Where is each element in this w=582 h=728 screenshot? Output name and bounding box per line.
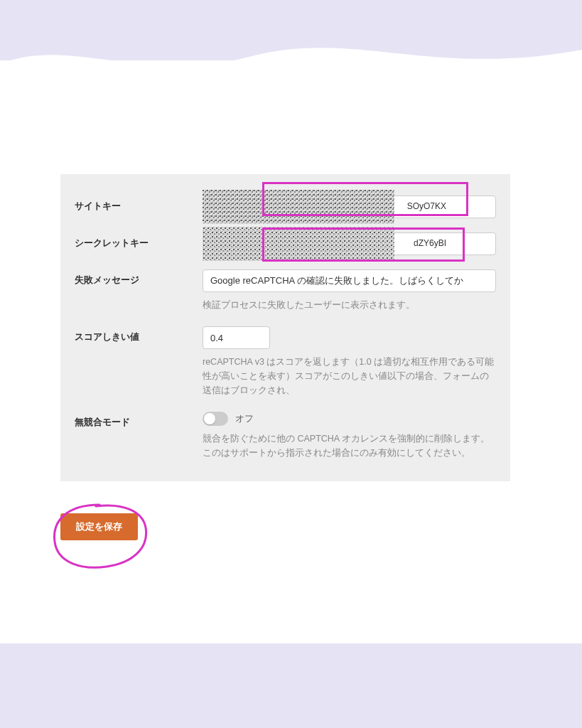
save-button-row: 設定を保存 (60, 513, 138, 540)
no-conflict-state: オフ (235, 412, 254, 425)
no-conflict-label: 無競合モード (75, 412, 203, 429)
secret-key-control: dZY6yBI (203, 232, 496, 255)
secret-key-input[interactable] (203, 232, 496, 255)
score-threshold-input[interactable] (203, 326, 270, 349)
site-key-visible-suffix: SOyO7KX (407, 201, 446, 211)
decorative-wave-top (0, 21, 582, 107)
decorative-wave-bottom (0, 590, 582, 675)
secret-key-label: シークレットキー (75, 232, 203, 250)
failure-message-input[interactable] (203, 269, 496, 292)
failure-message-label: 失敗メッセージ (75, 269, 203, 287)
score-threshold-label: スコアしきい値 (75, 326, 203, 343)
settings-panel: サイトキー SOyO7KX (60, 174, 510, 481)
secret-key-row: シークレットキー dZY6yBI (60, 225, 510, 262)
score-threshold-control: reCAPTCHA v3 はスコアを返します（1.0 は適切な相互作用である可能… (203, 326, 496, 397)
failure-message-row: 失敗メッセージ 検証プロセスに失敗したユーザーに表示されます。 (60, 262, 510, 319)
site-key-input[interactable] (203, 196, 496, 218)
score-threshold-row: スコアしきい値 reCAPTCHA v3 はスコアを返します（1.0 は適切な相… (60, 319, 510, 405)
site-key-control: SOyO7KX (203, 196, 496, 218)
save-button[interactable]: 設定を保存 (60, 513, 138, 540)
failure-message-help: 検証プロセスに失敗したユーザーに表示されます。 (203, 298, 496, 312)
site-key-row: サイトキー SOyO7KX (60, 188, 510, 225)
failure-message-control: 検証プロセスに失敗したユーザーに表示されます。 (203, 269, 496, 312)
no-conflict-control: オフ 競合を防ぐために他の CAPTCHA オカレンスを強制的に削除します。この… (203, 412, 496, 460)
no-conflict-row: 無競合モード オフ 競合を防ぐために他の CAPTCHA オカレンスを強制的に削… (60, 405, 510, 467)
no-conflict-help: 競合を防ぐために他の CAPTCHA オカレンスを強制的に削除します。このはサポ… (203, 432, 496, 460)
site-key-label: サイトキー (75, 196, 203, 213)
score-threshold-help: reCAPTCHA v3 はスコアを返します（1.0 は適切な相互作用である可能… (203, 355, 496, 397)
no-conflict-toggle[interactable] (203, 412, 228, 426)
toggle-knob (204, 413, 215, 424)
secret-key-visible-suffix: dZY6yBI (414, 238, 446, 248)
